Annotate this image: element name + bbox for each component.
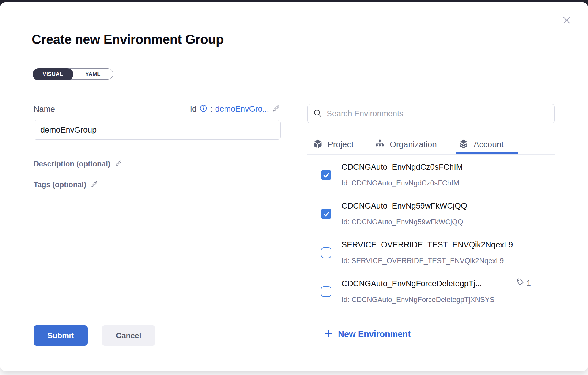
tab-organization[interactable]: Organization [375, 139, 437, 150]
name-input[interactable] [34, 120, 281, 140]
toggle-visual[interactable]: VISUAL [33, 68, 73, 80]
tab-account[interactable]: Account [458, 139, 504, 150]
env-id: Id: CDCNGAuto_EnvNgdCz0sFChIM [342, 179, 459, 187]
env-name: CDCNGAuto_EnvNgdCz0sFChIM [342, 163, 463, 172]
pane-divider [294, 100, 294, 347]
cube-icon [313, 139, 323, 150]
layers-icon [458, 139, 469, 150]
active-tab-underline [456, 152, 518, 154]
environment-list-item[interactable]: CDCNGAuto_EnvNg59wFkWCjQQ Id: CDCNGAuto_… [307, 193, 555, 232]
search-input[interactable] [327, 109, 549, 118]
scope-tabs: Project Organization Account [307, 135, 555, 154]
environment-list-item[interactable]: SERVICE_OVERRIDE_TEST_ENVQik2NqexL9 Id: … [307, 232, 555, 271]
environment-list-item[interactable]: CDCNGAuto_EnvNgdCz0sFChIM Id: CDCNGAuto_… [307, 154, 555, 193]
visual-yaml-toggle: VISUAL YAML [33, 68, 113, 80]
org-chart-icon [375, 139, 385, 150]
tag-count: 1 [527, 279, 531, 288]
id-row: Id : demoEnvGro... [166, 104, 281, 114]
name-label: Name [34, 105, 55, 114]
search-icon [313, 109, 322, 119]
tags-row: Tags (optional) [34, 180, 99, 189]
env-checkbox[interactable] [321, 286, 331, 297]
description-row: Description (optional) [34, 159, 123, 169]
env-name: SERVICE_OVERRIDE_TEST_ENVQik2NqexL9 [342, 240, 513, 250]
info-icon[interactable] [199, 104, 208, 114]
id-label: Id [190, 104, 197, 114]
tab-account-label: Account [474, 140, 504, 149]
environment-search-box [307, 104, 555, 123]
id-value-link[interactable]: demoEnvGro... [215, 104, 269, 114]
tag-badge: 1 [515, 278, 531, 288]
close-button[interactable] [560, 14, 573, 27]
cancel-button[interactable]: Cancel [102, 325, 155, 346]
tab-organization-label: Organization [390, 140, 437, 149]
tab-project[interactable]: Project [313, 139, 353, 150]
tags-label: Tags (optional) [34, 180, 86, 189]
env-name: CDCNGAuto_EnvNgForceDeletegpTj... [342, 279, 482, 288]
env-name: CDCNGAuto_EnvNg59wFkWCjQQ [342, 201, 467, 211]
edit-tags-pencil-icon[interactable] [90, 180, 99, 189]
env-checkbox[interactable] [321, 170, 331, 180]
new-environment-button[interactable]: New Environment [324, 329, 411, 339]
env-checkbox[interactable] [321, 247, 331, 258]
close-icon [562, 15, 572, 26]
submit-button[interactable]: Submit [34, 325, 88, 346]
new-environment-label: New Environment [338, 329, 411, 339]
environment-list: CDCNGAuto_EnvNgdCz0sFChIM Id: CDCNGAuto_… [307, 154, 555, 315]
plus-icon [324, 329, 333, 339]
id-separator: : [210, 104, 213, 114]
edit-description-pencil-icon[interactable] [114, 159, 123, 169]
page-title: Create new Environment Group [32, 32, 224, 47]
env-id: Id: CDCNGAuto_EnvNg59wFkWCjQQ [342, 218, 463, 226]
description-label: Description (optional) [34, 160, 110, 168]
environment-list-item[interactable]: CDCNGAuto_EnvNgForceDeletegpTj... Id: CD… [307, 271, 555, 310]
env-id: Id: SERVICE_OVERRIDE_TEST_ENVQik2NqexL9 [342, 257, 504, 265]
edit-id-pencil-icon[interactable] [272, 104, 281, 114]
action-buttons: Submit Cancel [34, 325, 155, 346]
tag-icon [515, 278, 524, 288]
env-id: Id: CDCNGAuto_EnvNgForceDeletegpTjXNSYS [342, 295, 494, 304]
create-environment-group-dialog: Create new Environment Group VISUAL YAML… [0, 2, 588, 371]
toggle-yaml[interactable]: YAML [73, 69, 113, 80]
header-divider [32, 90, 556, 90]
env-checkbox[interactable] [321, 209, 331, 219]
tab-project-label: Project [328, 140, 353, 149]
